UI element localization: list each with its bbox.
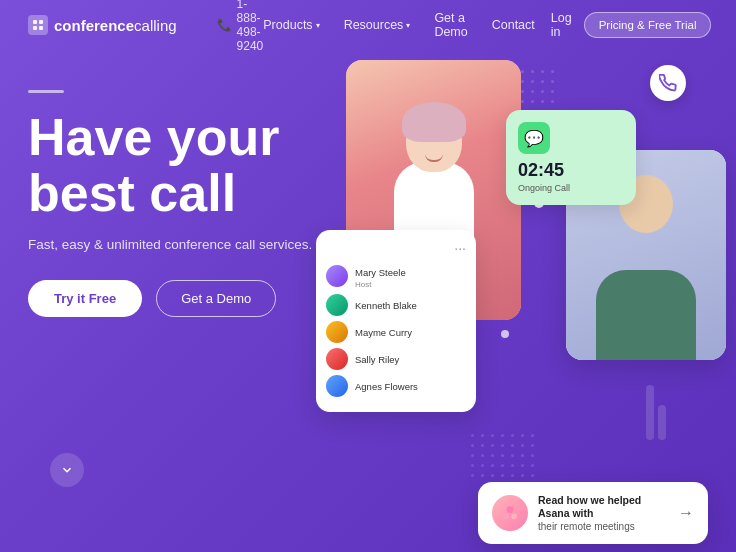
svg-point-5 bbox=[503, 513, 509, 519]
svg-rect-3 bbox=[39, 26, 43, 30]
nav-contact[interactable]: Contact bbox=[492, 18, 535, 32]
logo-text: conferencecalling bbox=[54, 17, 177, 34]
logo-icon bbox=[28, 15, 48, 35]
svg-rect-1 bbox=[39, 20, 43, 24]
scroll-down-button[interactable] bbox=[50, 453, 84, 487]
more-options[interactable]: ··· bbox=[326, 240, 466, 256]
try-free-button[interactable]: Try it Free bbox=[28, 280, 142, 317]
avatar bbox=[326, 294, 348, 316]
nav-products[interactable]: Products▾ bbox=[263, 18, 319, 32]
hero-title: Have your best call bbox=[28, 109, 368, 221]
decoration-bar-2 bbox=[658, 405, 666, 440]
avatar bbox=[326, 265, 348, 287]
asana-icon bbox=[492, 495, 528, 531]
chat-icon: 💬 bbox=[518, 122, 550, 154]
svg-point-6 bbox=[511, 513, 517, 519]
participant-row: Kenneth Blake bbox=[326, 294, 466, 316]
logo[interactable]: conferencecalling bbox=[28, 15, 177, 35]
svg-rect-0 bbox=[33, 20, 37, 24]
woman-head bbox=[406, 110, 462, 172]
login-button[interactable]: Log in bbox=[551, 11, 572, 39]
asana-arrow[interactable]: → bbox=[678, 504, 694, 522]
nav-links: Products▾ Resources▾ Get a Demo Contact bbox=[263, 11, 535, 39]
pricing-button[interactable]: Pricing & Free Trial bbox=[584, 12, 712, 38]
participant-info: Mary Steele Host bbox=[355, 262, 406, 289]
asana-title: Read how we helped Asana with bbox=[538, 494, 668, 521]
chevron-icon: ▾ bbox=[316, 21, 320, 30]
hero-divider bbox=[28, 90, 64, 93]
avatar bbox=[326, 321, 348, 343]
participant-row: Mary Steele Host bbox=[326, 262, 466, 289]
call-timer: 02:45 bbox=[518, 160, 624, 181]
chevron-icon: ▾ bbox=[406, 21, 410, 30]
participants-card: ··· Mary Steele Host Kenneth Blake Mayme… bbox=[316, 230, 476, 412]
participant-row: Sally Riley bbox=[326, 348, 466, 370]
svg-point-4 bbox=[507, 506, 514, 513]
woman-hair bbox=[402, 102, 466, 142]
avatar bbox=[326, 348, 348, 370]
asana-subtitle: their remote meetings bbox=[538, 521, 668, 532]
asana-card[interactable]: Read how we helped Asana with their remo… bbox=[478, 482, 708, 544]
asana-text: Read how we helped Asana with their remo… bbox=[538, 494, 668, 532]
phone-icon: 📞 bbox=[217, 18, 232, 32]
hero-section: Have your best call Fast, easy & unlimit… bbox=[0, 50, 736, 552]
decoration-circle-3 bbox=[501, 330, 509, 338]
man-body bbox=[596, 270, 696, 360]
participant-row: Agnes Flowers bbox=[326, 375, 466, 397]
call-status: Ongoing Call bbox=[518, 183, 624, 193]
avatar bbox=[326, 375, 348, 397]
nav-resources[interactable]: Resources▾ bbox=[344, 18, 411, 32]
hero-visual: // generate dots inline ··· M bbox=[316, 50, 736, 530]
dots-decoration-br bbox=[471, 434, 537, 480]
nav-get-demo[interactable]: Get a Demo bbox=[434, 11, 467, 39]
navbar: conferencecalling 📞 1-888-498-9240 Produ… bbox=[0, 0, 736, 50]
phone-bubble bbox=[650, 65, 686, 101]
woman-smile bbox=[425, 154, 443, 162]
nav-phone: 📞 1-888-498-9240 bbox=[217, 0, 264, 53]
decoration-bar-1 bbox=[646, 385, 654, 440]
participant-row: Mayme Curry bbox=[326, 321, 466, 343]
svg-rect-2 bbox=[33, 26, 37, 30]
get-demo-button[interactable]: Get a Demo bbox=[156, 280, 276, 317]
timer-card: 💬 02:45 Ongoing Call bbox=[506, 110, 636, 205]
